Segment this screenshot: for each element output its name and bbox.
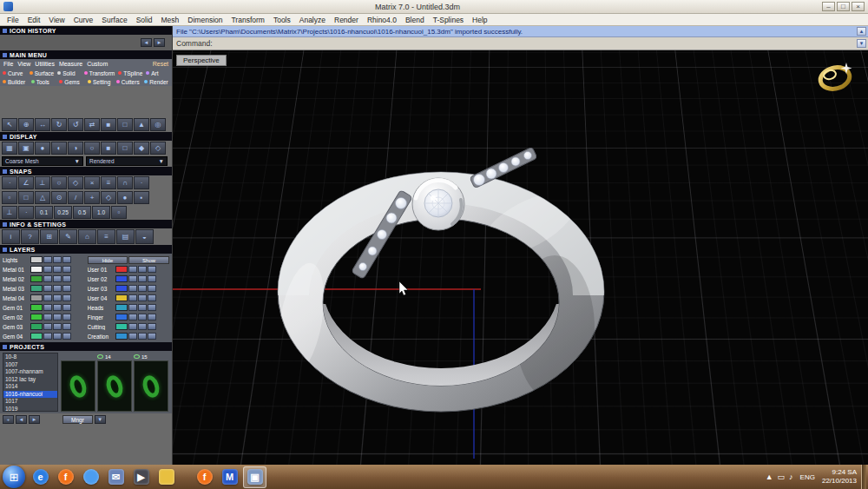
snap-value-button[interactable]: 0.1 xyxy=(35,206,53,219)
project-thumbnail[interactable]: 14 xyxy=(97,353,132,412)
layer-color-swatch[interactable] xyxy=(30,256,43,263)
layer-row[interactable]: Metal 01 xyxy=(3,265,85,274)
layer-row[interactable]: Gem 04 xyxy=(3,332,85,340)
layer-toggle[interactable] xyxy=(138,314,147,320)
project-item-selected[interactable]: 1016-nhancuoi xyxy=(3,391,57,399)
layer-row[interactable]: Finger xyxy=(88,313,170,321)
menu-blend[interactable]: Blend xyxy=(401,16,429,24)
show-layers-button[interactable]: Show xyxy=(128,256,169,264)
next-project-button[interactable]: ► xyxy=(29,415,40,424)
thumbnail-image[interactable] xyxy=(134,360,168,412)
layer-toggle[interactable] xyxy=(62,333,71,340)
layer-color-swatch[interactable] xyxy=(115,333,128,340)
layer-toggle[interactable] xyxy=(62,266,71,273)
layer-toggle[interactable] xyxy=(128,323,137,330)
snap-icon[interactable]: ⊥ xyxy=(2,206,17,219)
snap-icon[interactable]: + xyxy=(84,191,100,204)
layer-toggle[interactable] xyxy=(53,323,62,330)
layer-toggle[interactable] xyxy=(148,266,156,273)
clock[interactable]: 9:24 SA 22/10/2013 xyxy=(822,468,857,485)
layer-color-swatch[interactable] xyxy=(30,266,43,273)
transform-toolbar-icon[interactable]: ⇄ xyxy=(84,118,100,131)
layer-toggle[interactable] xyxy=(43,285,52,292)
taskbar-app-chrome[interactable] xyxy=(79,466,102,488)
thumbnail-image[interactable] xyxy=(97,360,132,412)
layer-toggle[interactable] xyxy=(138,304,147,311)
snap-value-button[interactable]: 1.0 xyxy=(92,206,110,219)
layer-toggle[interactable] xyxy=(62,256,71,263)
thumbnail-image[interactable] xyxy=(61,360,95,412)
scroll-down-icon[interactable]: ▼ xyxy=(857,39,866,48)
mainmenu-item-solid[interactable]: Solid xyxy=(56,69,82,77)
info-icon[interactable]: i xyxy=(2,229,20,244)
transform-toolbar-icon[interactable]: ⊕ xyxy=(18,118,34,131)
layer-toggle[interactable] xyxy=(53,275,62,282)
expand-projects-button[interactable]: ▼ xyxy=(95,415,106,424)
layer-toggle[interactable] xyxy=(62,294,71,301)
mainmenu-tab-view[interactable]: View xyxy=(17,61,30,67)
display-toolbar-icon[interactable]: ◐ xyxy=(51,142,67,155)
menu-rhino40[interactable]: Rhino4.0 xyxy=(363,16,401,24)
start-button[interactable]: ⊞ xyxy=(3,466,25,488)
menu-analyze[interactable]: Analyze xyxy=(295,16,330,24)
taskbar-app-firefox[interactable]: f xyxy=(54,466,77,488)
mainmenu-tab-custom[interactable]: Custom xyxy=(87,61,108,67)
info-icon[interactable]: ⌂ xyxy=(78,229,96,244)
layer-toggle[interactable] xyxy=(43,304,52,311)
mainmenu-item-art[interactable]: Art xyxy=(144,69,171,77)
mainmenu-item-setting[interactable]: Setting xyxy=(86,77,115,86)
menu-curve[interactable]: Curve xyxy=(69,16,98,24)
layer-color-swatch[interactable] xyxy=(115,294,128,301)
menu-help[interactable]: Help xyxy=(468,16,491,24)
layer-toggle[interactable] xyxy=(128,275,137,282)
layer-row[interactable]: Gem 01 xyxy=(3,303,85,312)
snaps-header[interactable]: SNAPS xyxy=(0,167,172,175)
snap-icon[interactable]: ≡ xyxy=(101,176,116,189)
layer-toggle[interactable] xyxy=(148,285,156,292)
layer-toggle[interactable] xyxy=(148,323,156,330)
show-desktop-button[interactable] xyxy=(861,465,866,489)
layer-color-swatch[interactable] xyxy=(30,275,43,282)
layer-toggle[interactable] xyxy=(148,333,156,340)
menu-tools[interactable]: Tools xyxy=(269,16,295,24)
taskbar-app-matrix[interactable]: M xyxy=(218,466,241,488)
snap-icon[interactable]: ⊙ xyxy=(51,191,67,204)
projects-header[interactable]: PROJECTS xyxy=(0,342,172,351)
layer-color-swatch[interactable] xyxy=(30,294,43,301)
add-project-button[interactable]: + xyxy=(3,415,14,424)
layer-toggle[interactable] xyxy=(148,294,156,301)
taskbar-app-folder[interactable] xyxy=(155,466,178,488)
snap-icon[interactable]: ∩ xyxy=(117,176,133,189)
layer-color-swatch[interactable] xyxy=(30,285,43,292)
display-toolbar-icon[interactable]: ○ xyxy=(84,142,100,155)
layer-toggle[interactable] xyxy=(138,294,147,301)
display-toolbar-icon[interactable]: ◆ xyxy=(134,142,149,155)
snap-icon[interactable]: ∠ xyxy=(18,176,34,189)
snap-icon[interactable]: ▪ xyxy=(134,191,149,204)
mainmenu-reset-button[interactable]: Reset xyxy=(153,61,168,67)
layer-color-swatch[interactable] xyxy=(115,323,128,330)
project-item[interactable]: 1017 xyxy=(3,398,57,406)
layer-row[interactable]: Metal 02 xyxy=(3,274,85,283)
history-forward-button[interactable]: ► xyxy=(154,38,165,47)
snap-icon[interactable]: △ xyxy=(35,191,50,204)
layer-toggle[interactable] xyxy=(43,294,52,301)
layer-color-swatch[interactable] xyxy=(115,275,128,282)
layer-color-swatch[interactable] xyxy=(115,304,128,311)
info-settings-header[interactable]: INFO & SETTINGS xyxy=(0,220,172,228)
layer-toggle[interactable] xyxy=(138,285,147,292)
snap-icon[interactable]: · xyxy=(134,176,149,189)
layer-toggle[interactable] xyxy=(62,304,71,311)
mainmenu-item-surface[interactable]: Surface xyxy=(28,69,56,77)
layer-row[interactable]: Heads xyxy=(88,303,170,312)
layer-toggle[interactable] xyxy=(43,333,52,340)
language-indicator[interactable]: ENG xyxy=(798,472,818,482)
layer-toggle[interactable] xyxy=(53,333,62,340)
info-icon[interactable]: ▤ xyxy=(116,229,135,244)
menu-surface[interactable]: Surface xyxy=(97,16,131,24)
menu-transform[interactable]: Transform xyxy=(227,16,268,24)
layer-toggle[interactable] xyxy=(53,304,62,311)
mesh-mode-dropdown[interactable]: Coarse Mesh ▼ xyxy=(2,156,83,166)
snap-icon[interactable]: ○ xyxy=(51,176,67,189)
layer-toggle[interactable] xyxy=(128,304,137,311)
